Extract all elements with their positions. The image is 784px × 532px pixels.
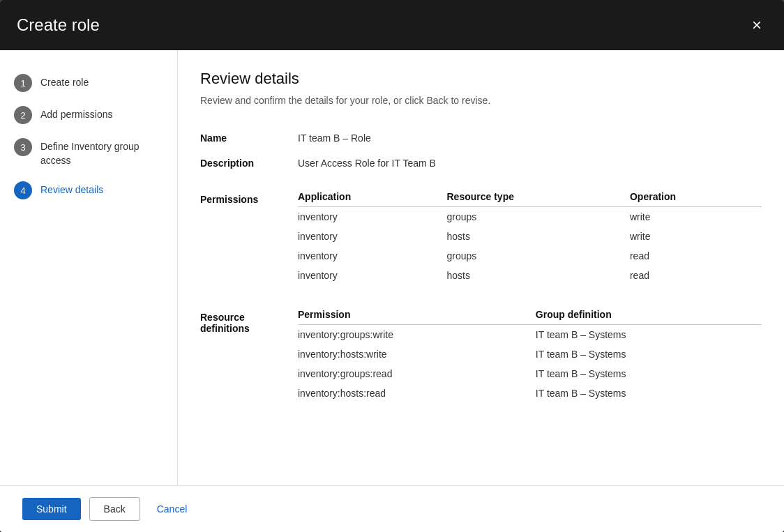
submit-button[interactable]: Submit xyxy=(22,498,81,520)
description-value: User Access Role for IT Team B xyxy=(298,151,762,176)
step-label-4: Review details xyxy=(40,181,103,197)
table-row: inventorygroupsread xyxy=(298,246,762,266)
table-row: inventory:hosts:readIT team B – Systems xyxy=(298,383,762,403)
resource-definitions-content: Permission Group definition inventory:gr… xyxy=(298,305,762,403)
table-row: inventoryhostswrite xyxy=(298,227,762,246)
description-label: Description xyxy=(200,151,298,176)
permissions-content: Application Resource type Operation inve… xyxy=(298,187,762,285)
name-label: Name xyxy=(200,126,298,151)
sidebar-item-define-inventory: 3 Define Inventory group access xyxy=(0,131,177,174)
create-role-modal: Create role × 1 Create role 2 Add permis… xyxy=(0,0,784,532)
step-label-2: Add permissions xyxy=(40,106,113,122)
resource-definitions-section: Resourcedefinitions Permission Group def… xyxy=(200,305,762,403)
close-button[interactable]: × xyxy=(746,14,767,36)
rd-col-permission: Permission xyxy=(298,305,536,325)
modal-title: Create role xyxy=(17,15,100,35)
permissions-label: Permissions xyxy=(200,187,298,212)
content-subtitle: Review and confirm the details for your … xyxy=(200,95,762,106)
sidebar-item-add-permissions: 2 Add permissions xyxy=(0,99,177,131)
table-row: inventory:groups:writeIT team B – System… xyxy=(298,325,762,345)
modal-body: 1 Create role 2 Add permissions 3 Define… xyxy=(0,50,784,485)
rd-col-group-definition: Group definition xyxy=(536,305,762,325)
table-row: inventory:groups:readIT team B – Systems xyxy=(298,364,762,383)
sidebar: 1 Create role 2 Add permissions 3 Define… xyxy=(0,50,178,485)
content-title: Review details xyxy=(200,70,762,88)
back-button[interactable]: Back xyxy=(89,497,140,521)
perm-col-resource-type: Resource type xyxy=(446,187,629,207)
permissions-section: Permissions Application Resource type Op… xyxy=(200,187,762,285)
step-number-2: 2 xyxy=(14,106,32,124)
table-row: inventory:hosts:writeIT team B – Systems xyxy=(298,344,762,364)
step-label-1: Create role xyxy=(40,74,89,90)
rd-table: Permission Group definition inventory:gr… xyxy=(298,305,762,403)
cancel-button[interactable]: Cancel xyxy=(149,498,196,520)
table-row: inventoryhostsread xyxy=(298,266,762,285)
name-value: IT team B – Role xyxy=(298,126,762,151)
main-content: Review details Review and confirm the de… xyxy=(178,50,784,485)
sidebar-item-review-details[interactable]: 4 Review details xyxy=(0,174,177,206)
perm-col-operation: Operation xyxy=(630,187,762,207)
modal-header: Create role × xyxy=(0,0,784,50)
permissions-table: Application Resource type Operation inve… xyxy=(298,187,762,285)
resource-definitions-label: Resourcedefinitions xyxy=(200,305,298,341)
step-number-1: 1 xyxy=(14,74,32,92)
modal-footer: Submit Back Cancel xyxy=(0,485,784,532)
table-row: inventorygroupswrite xyxy=(298,207,762,227)
sidebar-item-create-role: 1 Create role xyxy=(0,67,177,99)
step-number-3: 3 xyxy=(14,138,32,156)
perm-col-application: Application xyxy=(298,187,446,207)
step-label-3: Define Inventory group access xyxy=(40,138,163,167)
step-number-4: 4 xyxy=(14,181,32,199)
details-section: Name IT team B – Role Description User A… xyxy=(200,126,762,176)
